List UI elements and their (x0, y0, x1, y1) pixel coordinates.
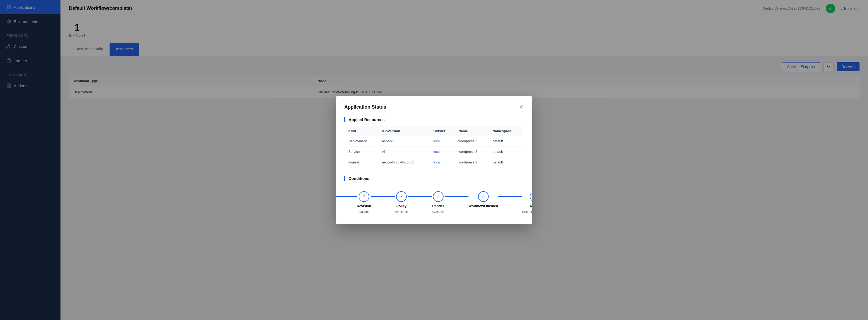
modal-col-name: Name (455, 126, 489, 136)
cluster-link-2[interactable]: local (433, 160, 441, 164)
condition-sublabel-policy: Available (395, 210, 408, 214)
cell-apiversion-0: apps/v1 (378, 136, 430, 146)
conditions-row: ✓ Parsed Available ✓ Revision Available … (344, 185, 524, 216)
condition-policy: ✓ Policy Available (395, 191, 408, 214)
conditions-title: Conditions (344, 176, 524, 181)
modal-col-apiversion: APIVersion (378, 126, 430, 136)
cell-kind-1: Service (345, 146, 378, 157)
cell-cluster-2: local (430, 157, 455, 168)
application-status-modal: Application Status ✕ Applied Resources K… (336, 96, 532, 224)
condition-line-3 (408, 196, 432, 197)
cell-kind-0: Deployment (345, 136, 378, 146)
cell-cluster-0: local (430, 136, 455, 146)
applied-resources-title: Applied Resources (344, 117, 524, 122)
cell-namespace-0: default (489, 136, 524, 146)
modal-col-cluster: Cluster (430, 126, 455, 136)
cell-kind-2: Ingress (345, 157, 378, 168)
condition-sublabel-revision: Available (358, 210, 370, 214)
cell-name-1: wordpress 2 (455, 146, 489, 157)
condition-revision: ✓ Revision Available (357, 191, 371, 214)
condition-ready: ✓ Ready ReconcileSuccess (522, 191, 532, 214)
condition-line-5 (498, 196, 522, 197)
cluster-link-0[interactable]: local (433, 139, 441, 143)
condition-line-2 (371, 196, 395, 197)
condition-line-1 (336, 196, 357, 197)
modal-backdrop[interactable]: Application Status ✕ Applied Resources K… (0, 0, 868, 320)
condition-render: ✓ Render Available (432, 191, 444, 214)
condition-circle-render: ✓ (433, 191, 443, 202)
condition-label-policy: Policy (396, 204, 406, 208)
modal-header: Application Status ✕ (344, 104, 524, 110)
condition-sublabel-ready: ReconcileSuccess (522, 210, 532, 214)
table-row: Deployment apps/v1 local wordpress 2 def… (345, 136, 524, 146)
modal-close-button[interactable]: ✕ (519, 104, 524, 110)
cell-name-2: wordpress 2 (455, 157, 489, 168)
table-row: Service v1 local wordpress 2 default (345, 146, 524, 157)
modal-col-namespace: Namespace (489, 126, 524, 136)
modal-col-kind: Kind (345, 126, 378, 136)
condition-circle-policy: ✓ (396, 191, 407, 202)
condition-label-ready: Ready (530, 204, 532, 208)
condition-label-render: Render (432, 204, 444, 208)
cell-apiversion-1: v1 (378, 146, 430, 157)
applied-resources-table: Kind APIVersion Cluster Name Namespace D… (344, 126, 524, 168)
condition-workflowfinished: ✓ WorkflowFinished (468, 191, 498, 210)
table-row: Ingress networking.k8s.io/v 1 local word… (345, 157, 524, 168)
condition-circle-workflowfinished: ✓ (478, 191, 489, 202)
cell-cluster-1: local (430, 146, 455, 157)
condition-line-4 (444, 196, 468, 197)
condition-circle-revision: ✓ (359, 191, 369, 202)
condition-label-workflowfinished: WorkflowFinished (468, 204, 498, 208)
cell-apiversion-2: networking.k8s.io/v 1 (378, 157, 430, 168)
cell-namespace-1: default (489, 146, 524, 157)
modal-title: Application Status (344, 104, 386, 110)
cluster-link-1[interactable]: local (433, 150, 441, 154)
condition-circle-ready: ✓ (530, 191, 532, 202)
condition-label-revision: Revision (357, 204, 371, 208)
condition-sublabel-render: Available (432, 210, 444, 214)
cell-namespace-2: default (489, 157, 524, 168)
cell-name-0: wordpress 2 (455, 136, 489, 146)
